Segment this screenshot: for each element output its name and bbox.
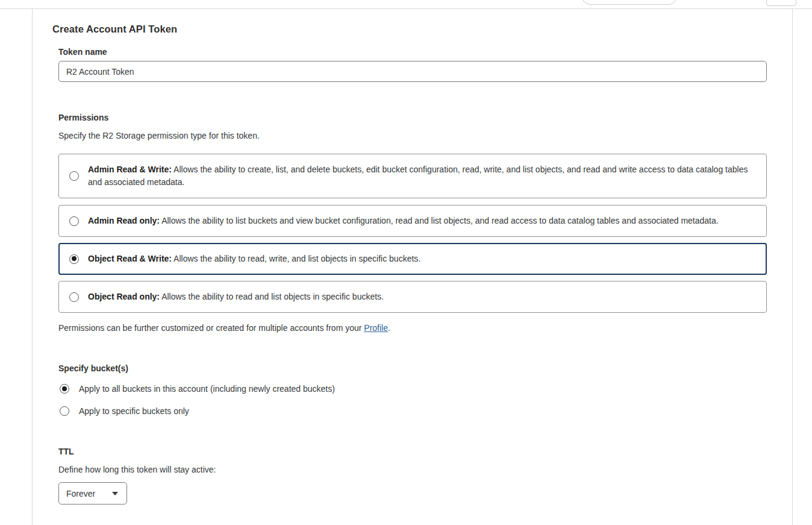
permissions-footnote: Permissions can be further customized or… — [58, 323, 767, 333]
permission-option-text: Object Read only: Allows the ability to … — [88, 291, 384, 303]
permission-option-object-read-only[interactable]: Object Read only: Allows the ability to … — [58, 281, 767, 313]
radio-selected-icon[interactable] — [69, 254, 79, 264]
permission-option-description: Allows the ability to list buckets and v… — [160, 216, 719, 225]
token-form: Token name Permissions Specify the R2 St… — [58, 47, 767, 505]
permission-option-text: Admin Read only: Allows the ability to l… — [88, 215, 719, 227]
radio-unselected-icon[interactable] — [69, 171, 79, 181]
permission-option-admin-read-only[interactable]: Admin Read only: Allows the ability to l… — [58, 205, 767, 237]
permission-option-text: Object Read & Write: Allows the ability … — [88, 253, 420, 265]
profile-link[interactable]: Profile — [364, 323, 388, 333]
permission-option-title: Admin Read only: — [88, 216, 160, 225]
page-title: Create Account API Token — [52, 24, 792, 35]
bucket-option-label: Apply to all buckets in this account (in… — [79, 384, 335, 394]
radio-unselected-icon[interactable] — [69, 216, 79, 226]
permission-option-object-read-write[interactable]: Object Read & Write: Allows the ability … — [58, 243, 767, 275]
radio-selected-icon[interactable] — [60, 384, 69, 394]
footnote-text: Permissions can be further customized or… — [58, 323, 364, 333]
token-name-input[interactable] — [58, 61, 767, 82]
header-pill-button[interactable] — [581, 0, 678, 5]
top-header-strip — [0, 0, 812, 9]
permission-option-text: Admin Read & Write: Allows the ability t… — [88, 163, 756, 189]
permission-option-description: Allows the ability to read and list obje… — [160, 292, 384, 301]
create-token-panel: Create Account API Token Token name Perm… — [32, 9, 793, 525]
radio-unselected-icon[interactable] — [69, 292, 79, 302]
permissions-label: Permissions — [58, 113, 767, 122]
ttl-select[interactable]: Forever — [58, 482, 127, 505]
ttl-selected-value: Forever — [66, 489, 95, 498]
ttl-description: Define how long this token will stay act… — [58, 465, 767, 474]
permission-option-admin-read-write[interactable]: Admin Read & Write: Allows the ability t… — [58, 154, 767, 198]
bucket-option-specific-buckets[interactable]: Apply to specific buckets only — [58, 406, 767, 416]
permission-option-title: Object Read & Write: — [88, 254, 172, 263]
header-small-button[interactable] — [766, 0, 796, 6]
permission-option-description: Allows the ability to read, write, and l… — [172, 254, 420, 263]
permissions-description: Specify the R2 Storage permission type f… — [58, 131, 767, 140]
permission-option-title: Object Read only: — [88, 292, 160, 301]
token-name-label: Token name — [58, 47, 767, 57]
radio-unselected-icon[interactable] — [60, 406, 69, 416]
chevron-down-icon — [112, 492, 118, 495]
bucket-option-label: Apply to specific buckets only — [79, 406, 189, 416]
footnote-period: . — [388, 323, 390, 333]
permission-option-description: Allows the ability to create, list, and … — [88, 165, 748, 187]
permission-option-title: Admin Read & Write: — [88, 165, 172, 174]
bucket-option-all-buckets[interactable]: Apply to all buckets in this account (in… — [58, 384, 767, 394]
ttl-label: TTL — [58, 447, 767, 456]
specify-buckets-label: Specify bucket(s) — [58, 363, 767, 373]
